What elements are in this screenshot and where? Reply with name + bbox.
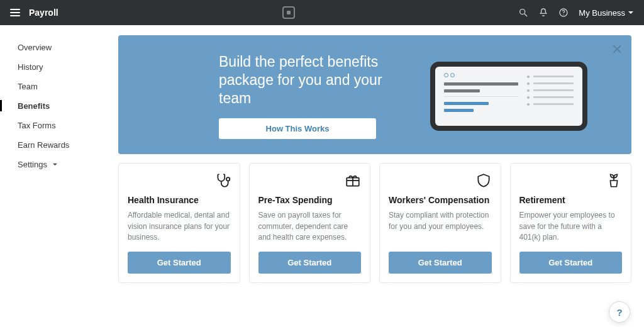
menu-icon[interactable] xyxy=(10,9,20,16)
card-title: Pre-Tax Spending xyxy=(258,195,362,205)
sidebar-item-benefits[interactable]: Benefits xyxy=(18,96,118,116)
business-menu[interactable]: My Business xyxy=(579,8,634,18)
card-title: Health Insurance xyxy=(128,195,231,205)
gift-icon xyxy=(345,172,361,189)
topbar-right: My Business xyxy=(518,8,634,18)
sidebar-item-team[interactable]: Team xyxy=(18,77,118,96)
sidebar-item-tax-forms[interactable]: Tax Forms xyxy=(18,116,118,135)
sidebar-item-settings[interactable]: Settings xyxy=(18,155,118,174)
card-cta-button[interactable]: Get Started xyxy=(128,252,231,274)
card-workers-comp: Workers' Compensation Stay compliant wit… xyxy=(379,163,501,283)
square-logo-icon xyxy=(282,6,295,19)
search-icon[interactable] xyxy=(518,8,528,18)
topbar: Payroll My Business xyxy=(0,0,644,25)
help-fab-label: ? xyxy=(616,307,622,318)
main-content: ✕ Build the perfect benefits package for… xyxy=(118,25,644,283)
topbar-center xyxy=(58,6,519,19)
card-desc: Empower your employees to save for the f… xyxy=(519,210,623,243)
bell-icon[interactable] xyxy=(538,8,548,18)
sidebar-item-label: Benefits xyxy=(18,101,50,111)
sidebar-item-label: Earn Rewards xyxy=(18,140,69,150)
plant-icon xyxy=(606,172,622,189)
card-desc: Save on payroll taxes for commuter, depe… xyxy=(258,210,362,243)
help-icon[interactable] xyxy=(558,8,569,18)
sidebar-item-overview[interactable]: Overview xyxy=(18,38,118,57)
shield-icon xyxy=(475,172,492,189)
app-title: Payroll xyxy=(29,8,58,18)
svg-point-3 xyxy=(564,14,564,15)
svg-line-1 xyxy=(525,14,527,16)
card-pretax-spending: Pre-Tax Spending Save on payroll taxes f… xyxy=(249,163,371,283)
hero-text: Build the perfect benefits package for y… xyxy=(219,53,408,139)
card-desc: Affordable medical, dental and vision in… xyxy=(128,210,231,243)
sidebar-item-label: History xyxy=(18,62,43,72)
sidebar-item-label: Settings xyxy=(18,160,47,169)
help-fab[interactable]: ? xyxy=(609,301,630,323)
sidebar-item-label: Overview xyxy=(18,43,52,52)
hero-banner: ✕ Build the perfect benefits package for… xyxy=(118,35,631,154)
card-cta-button[interactable]: Get Started xyxy=(519,252,623,274)
chevron-down-icon xyxy=(628,9,634,16)
sidebar-item-label: Tax Forms xyxy=(18,121,56,130)
card-title: Workers' Compensation xyxy=(389,195,492,205)
hero-cta-button[interactable]: How This Works xyxy=(219,118,376,139)
card-desc: Stay compliant with protection for you a… xyxy=(389,210,492,243)
hero-illustration xyxy=(430,62,587,131)
sidebar-item-history[interactable]: History xyxy=(18,57,118,77)
card-health-insurance: Health Insurance Affordable medical, den… xyxy=(118,163,240,283)
card-title: Retirement xyxy=(519,195,623,205)
card-cta-button[interactable]: Get Started xyxy=(258,252,362,274)
sidebar: Overview History Team Benefits Tax Forms… xyxy=(0,25,118,283)
stethoscope-icon xyxy=(214,172,231,189)
card-cta-button[interactable]: Get Started xyxy=(389,252,492,274)
chevron-down-icon xyxy=(52,160,58,169)
svg-point-4 xyxy=(226,177,229,181)
sidebar-item-label: Team xyxy=(18,82,38,91)
card-retirement: Retirement Empower your employees to sav… xyxy=(510,163,632,283)
business-menu-label: My Business xyxy=(579,8,625,18)
close-icon[interactable]: ✕ xyxy=(611,42,623,58)
topbar-left: Payroll xyxy=(10,8,58,18)
svg-point-0 xyxy=(520,9,525,14)
sidebar-item-earn-rewards[interactable]: Earn Rewards xyxy=(18,135,118,155)
benefit-cards: Health Insurance Affordable medical, den… xyxy=(118,163,631,283)
hero-headline: Build the perfect benefits package for y… xyxy=(219,53,408,107)
